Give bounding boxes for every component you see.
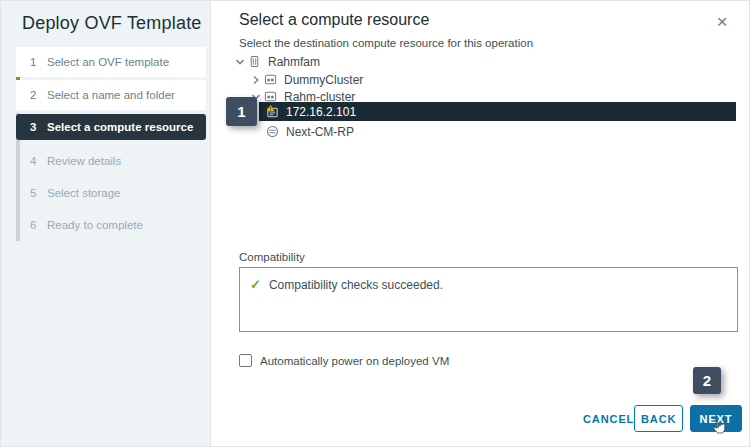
step-review-details: 4 Review details [16,146,206,176]
chevron-down-icon[interactable] [233,56,247,67]
deploy-ovf-dialog: { "colors": { "accent_blue": "#0079ad", … [0,0,750,447]
step-select-compute-resource[interactable]: 3 Select a compute resource [16,114,206,140]
hand-cursor-icon [709,418,729,438]
annotation-badge-2: 2 [693,367,721,394]
tree-row-host-selected[interactable]: 172.16.2.101 [259,102,736,121]
wizard-sidebar: Deploy OVF Template 1 Select an OVF temp… [1,1,211,446]
datacenter-icon [247,54,262,69]
power-on-label: Automatically power on deployed VM [260,355,449,367]
step-select-storage: 5 Select storage [16,178,206,208]
step-label: Select a compute resource [47,121,193,133]
tree-node-label: Next-CM-RP [286,125,354,139]
step-ready-to-complete: 6 Ready to complete [16,210,206,240]
tree-node-label: 172.16.2.101 [286,105,356,119]
tree-row-datacenter[interactable]: Rahmfam [233,53,320,70]
tree-node-label: DummyCluster [284,73,363,87]
step-label: Ready to complete [47,219,143,231]
power-on-checkbox[interactable] [239,354,252,367]
step-number: 1 [30,56,40,68]
close-button[interactable]: × [709,9,735,35]
step-select-name-folder[interactable]: 2 Select a name and folder [16,80,206,110]
step-number: 5 [30,187,40,199]
compatibility-label: Compatibility [239,251,305,263]
annotation-badge-1: 1 [226,97,257,126]
host-warning-icon [265,104,280,119]
step-number: 2 [30,89,40,101]
step-label: Select storage [47,187,121,199]
step-label: Select an OVF template [47,56,169,68]
step-number: 6 [30,219,40,231]
cancel-button[interactable]: CANCEL [577,405,629,432]
dialog-title: Deploy OVF Template [22,13,202,34]
page-subtitle: Select the destination compute resource … [239,37,533,49]
step-number: 3 [30,121,40,133]
tree-row-resource-pool[interactable]: Next-CM-RP [259,123,354,140]
tree-node-label: Rahmfam [268,55,320,69]
step-number: 4 [30,155,40,167]
chevron-right-icon[interactable] [249,74,263,85]
tree-row-dummycluster[interactable]: DummyCluster [249,71,363,88]
step-label: Review details [47,155,121,167]
power-on-row: Automatically power on deployed VM [239,354,449,367]
success-check-icon: ✓ [250,278,261,292]
page-title: Select a compute resource [239,11,429,29]
step-select-ovf-template[interactable]: 1 Select an OVF template [16,47,206,77]
compatibility-panel: ✓ Compatibility checks succeeded. [239,267,738,332]
compatibility-message: Compatibility checks succeeded. [269,278,443,292]
cluster-icon [263,72,278,87]
back-button[interactable]: BACK [634,405,683,432]
resource-pool-icon [265,124,280,139]
step-label: Select a name and folder [47,89,175,101]
